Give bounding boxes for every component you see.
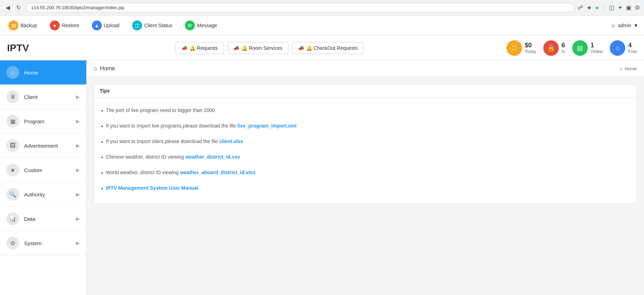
stat-in-label: In (562, 49, 565, 54)
sidebar-item-client[interactable]: 🖥 Client ▶ (0, 85, 86, 109)
system-arrow-icon: ▶ (76, 240, 80, 246)
advertisement-arrow-icon: ▶ (76, 143, 80, 148)
favorites-icon[interactable]: ★ (587, 4, 592, 11)
admin-person-icon: ☺ (611, 23, 616, 28)
sidebar-item-advertisement[interactable]: 🖼 Advertisement ▶ (0, 134, 86, 158)
home-icon: ⌂ (6, 66, 19, 79)
sidebar-label-advertisement: Advertisement (24, 143, 76, 149)
client-xlsx-link[interactable]: client.xlsx (219, 138, 243, 144)
tip-5-text: World weather, district ID viewing weath… (106, 169, 256, 176)
header-area: IPTV 📣 🔔 Requests 📣 🔔 Room Services 📣 🔔 … (0, 36, 644, 60)
extensions-icon[interactable]: ✦ (618, 4, 622, 11)
sidebar-label-client: Client (24, 94, 76, 100)
upload-button[interactable]: ▲ Upload (89, 19, 122, 32)
stat-free-value: 4 (628, 42, 637, 49)
content-home-icon: ⌂ (94, 65, 97, 72)
read-mode-icon[interactable]: ☍ (578, 4, 583, 11)
client-status-icon: ◫ (132, 20, 142, 30)
custom-arrow-icon: ▶ (76, 167, 80, 173)
weather-district-link[interactable]: weather_district_id.csv (185, 154, 240, 160)
back-button[interactable]: ◀ (4, 3, 11, 12)
restore-icon: ● (50, 20, 60, 30)
collections-icon[interactable]: ▣ (626, 4, 631, 11)
user-manual-link[interactable]: IPTV Management System User Manual (106, 184, 198, 192)
client-icon: 🖥 (6, 90, 19, 103)
profile-icon[interactable]: ● (595, 5, 599, 11)
tip-1: The port of live program need to bigger … (101, 103, 630, 119)
admin-dropdown-icon: ▼ (633, 23, 638, 28)
settings-icon[interactable]: ⚙ (635, 4, 640, 11)
backup-icon: ▤ (8, 20, 18, 30)
sidebar-item-data[interactable]: 📊 Data ▶ (0, 207, 86, 231)
content-area: ⌂ Home ⌂ Home Tips The port of live prog… (87, 60, 644, 295)
requests-label: 🔔 Requests (189, 45, 218, 51)
admin-label: admin (618, 23, 631, 28)
tip-6: IPTV Management System User Manual (101, 181, 630, 196)
address-bar[interactable] (26, 3, 574, 12)
tip-4-text: Chinese weather, district ID viewing wea… (106, 153, 240, 161)
requests-icon: 📣 (181, 45, 187, 51)
stat-today-label: Today (525, 49, 536, 54)
stat-in: 🔒 6 In (543, 40, 565, 56)
client-status-button[interactable]: ◫ Client Status (129, 19, 175, 32)
data-arrow-icon: ▶ (76, 216, 80, 222)
live-program-link[interactable]: live_program_import.xml (238, 123, 297, 129)
content-header: ⌂ Home ⌂ Home (87, 60, 644, 77)
restore-label: Restore (62, 23, 79, 28)
toolbar: ▤ Backup ● Restore ▲ Upload ◫ Client Sta… (0, 16, 644, 36)
tip-5: World weather, district ID viewing weath… (101, 165, 630, 181)
tip-2: If you want to import live programs,plea… (101, 119, 630, 134)
stat-online-icon: ▤ (572, 40, 588, 56)
tips-header: Tips (94, 84, 637, 98)
authority-icon: 🔍 (6, 188, 19, 201)
data-icon: 📊 (6, 212, 19, 225)
checkout-label: 🔔 CheckOut Requests (306, 45, 358, 51)
stat-online-value: 1 (591, 42, 603, 49)
backup-button[interactable]: ▤ Backup (6, 19, 40, 32)
tips-list: The port of live program need to bigger … (101, 103, 630, 196)
sidebar-item-home[interactable]: ⌂ Home (0, 60, 86, 85)
sidebar-item-authority[interactable]: 🔍 Authority ▶ (0, 182, 86, 207)
sidebar-item-program[interactable]: ▦ Program ▶ (0, 109, 86, 134)
backup-label: Backup (21, 23, 37, 28)
checkout-button[interactable]: 📣 🔔 CheckOut Requests (292, 42, 364, 54)
sidebar-label-program: Program (24, 118, 76, 124)
refresh-button[interactable]: ↻ (15, 3, 22, 12)
main-layout: ⌂ Home 🖥 Client ▶ ▦ Program ▶ 🖼 Advertis… (0, 60, 644, 295)
stat-free: ⌂ 4 Free (610, 40, 637, 56)
upload-icon: ▲ (92, 20, 102, 30)
stat-today: □ $0 Today (507, 40, 536, 56)
breadcrumb: ⌂ Home (620, 66, 637, 71)
weather-aboard-link[interactable]: weather_aboard_district_id.xlsx (180, 170, 255, 175)
stat-free-icon: ⌂ (610, 40, 625, 56)
custom-icon: ★ (6, 164, 19, 176)
checkout-icon: 📣 (298, 45, 304, 51)
client-status-label: Client Status (144, 23, 172, 28)
header-stats: □ $0 Today 🔒 6 In ▤ 1 Online ⌂ 4 Free (507, 40, 637, 56)
upload-label: Upload (104, 23, 119, 28)
app-title: IPTV (7, 42, 29, 54)
stat-online-label: Online (591, 49, 603, 54)
client-arrow-icon: ▶ (76, 94, 80, 100)
requests-button[interactable]: 📣 🔔 Requests (175, 42, 224, 54)
tip-4: Chinese weather, district ID viewing wea… (101, 150, 630, 165)
sidebar-item-system[interactable]: ⚙ System ▶ (0, 231, 86, 255)
tip-2-text: If you want to import live programs,plea… (106, 122, 297, 130)
sidebar-item-custom[interactable]: ★ Custom ▶ (0, 158, 86, 182)
page-title: Home (100, 65, 115, 72)
tips-body: The port of live program need to bigger … (94, 98, 637, 203)
restore-button[interactable]: ● Restore (47, 19, 82, 32)
admin-menu[interactable]: ☺ admin ▼ (611, 23, 638, 28)
header-nav: 📣 🔔 Requests 📣 🔔 Room Services 📣 🔔 Check… (43, 42, 496, 54)
system-icon: ⚙ (6, 237, 19, 249)
stat-in-value: 6 (562, 42, 565, 49)
browser-icons: ☍ ★ ● ◫ ✦ ▣ ⚙ (578, 4, 640, 11)
sidebar-label-custom: Custom (24, 167, 76, 173)
browser-chrome: ◀ ↻ ☍ ★ ● ◫ ✦ ▣ ⚙ (0, 0, 644, 16)
split-view-icon[interactable]: ◫ (609, 4, 614, 11)
sidebar-label-authority: Authority (24, 191, 76, 197)
room-services-button[interactable]: 📣 🔔 Room Services (227, 42, 288, 54)
sidebar-label-home: Home (24, 70, 80, 76)
message-button[interactable]: ✉ Message (182, 19, 220, 32)
authority-arrow-icon: ▶ (76, 191, 80, 197)
